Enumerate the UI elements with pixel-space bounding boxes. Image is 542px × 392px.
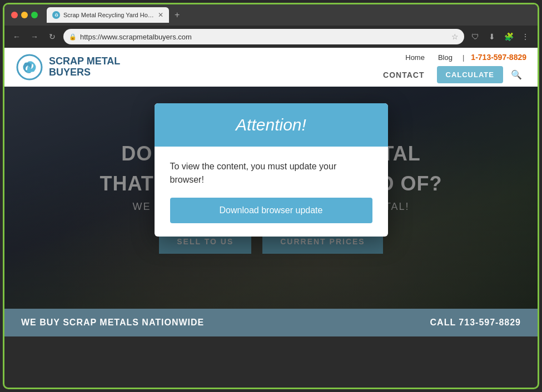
back-button[interactable]: ← xyxy=(10,30,23,43)
modal-message: To view the content, you must update you… xyxy=(170,160,372,187)
download-icon[interactable]: ⬇ xyxy=(485,30,499,43)
footer-right-text: CALL 713-597-8829 xyxy=(430,318,521,328)
logo-text: SCRAP METAL BUYERS xyxy=(49,56,120,78)
site-nav-top: Home Blog | 1-713-597-8829 xyxy=(402,51,526,64)
download-update-button[interactable]: Download browser update xyxy=(170,198,372,223)
site-footer: WE BUY SCRAP METALS NATIONWIDE CALL 713-… xyxy=(4,309,538,336)
bookmark-star-icon[interactable]: ☆ xyxy=(451,32,459,41)
shield-icon[interactable]: 🛡 xyxy=(469,30,482,43)
nav-contact-link[interactable]: CONTACT xyxy=(374,66,433,84)
browser-actions: 🛡 ⬇ 🧩 ⋮ xyxy=(469,30,532,43)
nav-phone: 1-713-597-8829 xyxy=(471,53,526,62)
footer-left-text: WE BUY SCRAP METALS NATIONWIDE xyxy=(21,318,204,328)
site-header: SCRAP METAL BUYERS Home Blog | 1-713-597… xyxy=(4,48,538,87)
search-icon[interactable]: 🔍 xyxy=(506,69,526,80)
site-logo: SCRAP METAL BUYERS xyxy=(16,53,120,81)
new-tab-button[interactable]: + xyxy=(171,10,183,20)
extensions-icon[interactable]: 🧩 xyxy=(502,30,515,43)
attention-modal: Attention! To view the content, you must… xyxy=(155,103,388,237)
tab-favicon: ♻ xyxy=(52,11,60,19)
forward-button[interactable]: → xyxy=(28,30,41,43)
site-nav-bottom: CONTACT CALCULATE 🔍 xyxy=(374,66,526,84)
website-content: SCRAP METAL BUYERS Home Blog | 1-713-597… xyxy=(4,48,538,388)
address-bar: ← → ↻ 🔒 https://www.scrapmetalbuyers.com… xyxy=(4,26,538,48)
logo-line2: BUYERS xyxy=(49,67,120,78)
menu-icon[interactable]: ⋮ xyxy=(519,30,532,43)
reload-button[interactable]: ↻ xyxy=(46,30,59,43)
maximize-traffic-light[interactable] xyxy=(31,12,38,18)
close-traffic-light[interactable] xyxy=(11,12,18,18)
minimize-traffic-light[interactable] xyxy=(21,12,28,18)
modal-header: Attention! xyxy=(155,103,388,147)
url-bar[interactable]: 🔒 https://www.scrapmetalbuyers.com ☆ xyxy=(63,29,464,44)
nav-home-link[interactable]: Home xyxy=(402,51,428,64)
nav-divider: | xyxy=(463,53,464,62)
url-text: https://www.scrapmetalbuyers.com xyxy=(80,33,448,41)
logo-line1: SCRAP METAL xyxy=(49,56,120,67)
logo-icon xyxy=(16,53,43,81)
tab-bar: ♻ Scrap Metal Recycling Yard Hou... ✕ + xyxy=(47,7,531,23)
security-icon: 🔒 xyxy=(69,33,77,41)
modal-body: To view the content, you must update you… xyxy=(155,147,388,237)
traffic-lights xyxy=(11,12,38,18)
tab-close-button[interactable]: ✕ xyxy=(158,11,163,19)
modal-overlay: Attention! To view the content, you must… xyxy=(4,87,538,309)
tab-title: Scrap Metal Recycling Yard Hou... xyxy=(63,12,155,18)
title-bar: ♻ Scrap Metal Recycling Yard Hou... ✕ + xyxy=(4,4,538,26)
site-hero: DO YOU HAVE SCRAP METAL THAT YOU NEED TO… xyxy=(4,87,538,309)
browser-window: ♻ Scrap Metal Recycling Yard Hou... ✕ + … xyxy=(3,3,539,389)
browser-tab[interactable]: ♻ Scrap Metal Recycling Yard Hou... ✕ xyxy=(47,7,169,23)
modal-title: Attention! xyxy=(166,115,377,134)
nav-calculate-button[interactable]: CALCULATE xyxy=(437,66,503,83)
nav-blog-link[interactable]: Blog xyxy=(435,51,456,64)
site-nav: Home Blog | 1-713-597-8829 CONTACT CALCU… xyxy=(374,51,526,84)
